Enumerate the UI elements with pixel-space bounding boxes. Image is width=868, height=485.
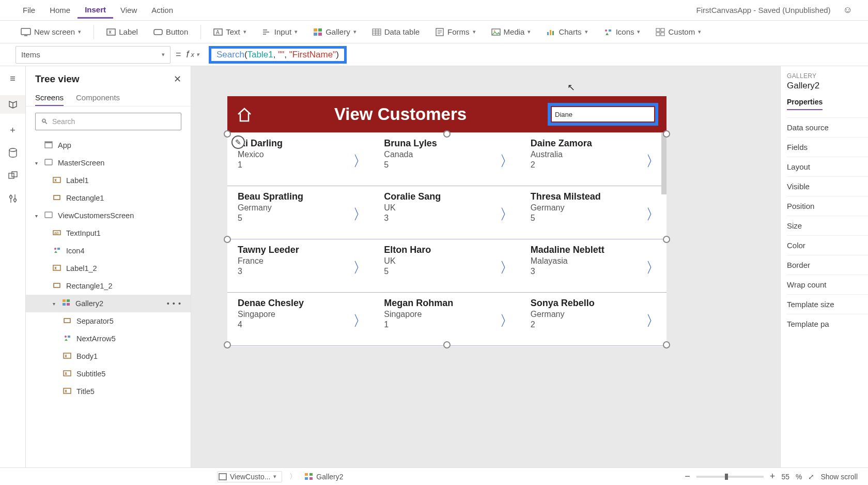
- next-arrow-icon[interactable]: 〉: [500, 258, 514, 278]
- expand-icon[interactable]: ▾: [35, 213, 40, 219]
- zoom-slider[interactable]: [696, 476, 764, 478]
- next-arrow-icon[interactable]: 〉: [646, 151, 660, 171]
- tree-node-title5[interactable]: Title5: [26, 383, 191, 400]
- gallery-item[interactable]: Tawny LeederFrance3〉: [227, 239, 374, 292]
- menu-action[interactable]: Action: [144, 3, 180, 18]
- menu-insert[interactable]: Insert: [78, 2, 113, 19]
- tree-search-input[interactable]: 🔍︎ Search: [35, 113, 181, 130]
- tree-node-rectangle1[interactable]: Rectangle1: [26, 189, 191, 207]
- gallery-item[interactable]: Madaline NeblettMalayasia3〉: [520, 239, 667, 292]
- edit-gallery-icon[interactable]: ✎: [231, 135, 245, 149]
- gallery-item[interactable]: Beau SpratlingGermany5〉: [227, 186, 374, 239]
- next-arrow-icon[interactable]: 〉: [646, 258, 660, 278]
- gallery-item[interactable]: Sonya RebelloGermany2〉: [520, 293, 667, 345]
- menu-home[interactable]: Home: [42, 3, 78, 18]
- node-more-icon[interactable]: • • •: [167, 299, 189, 308]
- tree-node-separator5[interactable]: Separator5: [26, 312, 191, 330]
- tree-node-gallery2[interactable]: ▾Gallery2• • •: [26, 295, 191, 312]
- gallery-item[interactable]: Denae ChesleySingapore4〉: [227, 293, 374, 345]
- zoom-out-button[interactable]: −: [685, 471, 690, 482]
- gallery-row: Denae ChesleySingapore4〉Megan RohmanSing…: [227, 293, 667, 346]
- next-arrow-icon[interactable]: 〉: [353, 258, 367, 278]
- canvas-area[interactable]: ↖ View Customers Diane ✎ iki DarlingMexi…: [191, 66, 780, 467]
- breadcrumb-control[interactable]: Gallery2: [304, 472, 348, 482]
- next-arrow-icon[interactable]: 〉: [353, 151, 367, 171]
- tree-node-nextarrow5[interactable]: NextArrow5: [26, 330, 191, 347]
- custom-button[interactable]: Custom ▾: [650, 25, 706, 38]
- prop-row-border[interactable]: Border: [787, 255, 868, 275]
- gallery-item[interactable]: Thresa MilsteadGermany5〉: [520, 186, 667, 239]
- media-button[interactable]: Media ▾: [486, 25, 536, 38]
- home-icon[interactable]: [236, 105, 253, 123]
- customer-gallery[interactable]: iki DarlingMexico1〉Bruna LylesCanada5〉Da…: [227, 132, 667, 346]
- gallery-item[interactable]: Megan RohmanSingapore1〉: [374, 293, 520, 345]
- text-button[interactable]: A Text ▾: [208, 25, 252, 38]
- prop-row-template-pa[interactable]: Template pa: [787, 314, 868, 334]
- prop-row-position[interactable]: Position: [787, 196, 868, 216]
- fullscreen-icon[interactable]: ⤢: [808, 473, 814, 481]
- zoom-in-button[interactable]: +: [770, 471, 776, 482]
- media-rail-icon[interactable]: [7, 170, 19, 182]
- treeview-icon[interactable]: [7, 98, 19, 111]
- gallery-item[interactable]: iki DarlingMexico1〉: [227, 133, 374, 186]
- fx-icon[interactable]: fx▾: [187, 49, 200, 60]
- prop-row-visible[interactable]: Visible: [787, 176, 868, 196]
- tree-node-rectangle1_2[interactable]: Rectangle1_2: [26, 277, 191, 295]
- next-arrow-icon[interactable]: 〉: [500, 151, 514, 171]
- next-arrow-icon[interactable]: 〉: [353, 205, 367, 224]
- prop-row-fields[interactable]: Fields: [787, 137, 868, 157]
- gallery-button[interactable]: Gallery ▾: [308, 25, 362, 38]
- label-button[interactable]: Label: [101, 25, 143, 38]
- icons-button[interactable]: Icons ▾: [598, 25, 646, 38]
- expand-icon[interactable]: ▾: [53, 301, 58, 307]
- tools-icon[interactable]: [7, 192, 19, 205]
- tree-node-textinput1[interactable]: abTextInput1: [26, 224, 191, 242]
- button-button[interactable]: Button: [148, 25, 193, 38]
- next-arrow-icon[interactable]: 〉: [646, 205, 660, 224]
- prop-row-template-size[interactable]: Template size: [787, 294, 868, 314]
- forms-button[interactable]: Forms ▾: [430, 25, 481, 38]
- menu-view[interactable]: View: [113, 3, 144, 18]
- prop-row-wrap-count[interactable]: Wrap count: [787, 275, 868, 294]
- gallery-item[interactable]: Elton HaroUK5〉: [374, 239, 520, 292]
- datatable-button[interactable]: Data table: [367, 25, 425, 38]
- tree-node-label1_2[interactable]: Label1_2: [26, 260, 191, 277]
- tree-node-subtitle5[interactable]: Subtitle5: [26, 365, 191, 383]
- expand-icon[interactable]: ▾: [35, 160, 40, 166]
- filter-input[interactable]: Diane: [552, 107, 654, 122]
- next-arrow-icon[interactable]: 〉: [500, 205, 514, 224]
- prop-row-data-source[interactable]: Data source: [787, 117, 868, 137]
- gallery-item[interactable]: Bruna LylesCanada5〉: [374, 133, 520, 186]
- prop-row-layout[interactable]: Layout: [787, 157, 868, 176]
- tree-tab-components[interactable]: Components: [76, 90, 120, 106]
- menu-file[interactable]: File: [16, 3, 42, 18]
- gallery-scrollbar[interactable]: [661, 132, 667, 194]
- tree-tab-screens[interactable]: Screens: [35, 90, 64, 106]
- properties-tab[interactable]: Properties: [787, 98, 823, 110]
- input-button[interactable]: Input ▾: [257, 25, 303, 38]
- breadcrumb-screen[interactable]: ViewCusto... ▾: [217, 471, 282, 482]
- new-screen-button[interactable]: New screen ▾: [16, 25, 86, 38]
- tree-node-masterscreen[interactable]: ▾MasterScreen: [26, 154, 191, 172]
- close-icon[interactable]: ✕: [174, 73, 181, 85]
- next-arrow-icon[interactable]: 〉: [353, 311, 367, 331]
- gallery-item[interactable]: Daine ZamoraAustralia2〉: [520, 133, 667, 186]
- tree-node-icon4[interactable]: Icon4: [26, 242, 191, 260]
- tree-node-label1[interactable]: Label1: [26, 172, 191, 189]
- formula-input[interactable]: Search(Table1, "", "FirstName"): [205, 44, 853, 66]
- data-icon[interactable]: [7, 147, 19, 159]
- next-arrow-icon[interactable]: 〉: [646, 311, 660, 331]
- help-icon[interactable]: ☺: [840, 5, 853, 16]
- charts-button[interactable]: Charts ▾: [541, 25, 593, 38]
- prop-row-color[interactable]: Color: [787, 235, 868, 255]
- add-icon[interactable]: +: [7, 124, 19, 137]
- hamburger-icon[interactable]: ≡: [7, 72, 19, 85]
- prop-row-size[interactable]: Size: [787, 216, 868, 235]
- property-selector[interactable]: Items ▾: [16, 46, 171, 64]
- tree-node-app[interactable]: App: [26, 137, 191, 154]
- gallery-item[interactable]: Coralie SangUK3〉: [374, 186, 520, 239]
- show-scroll-label: Show scroll: [820, 473, 858, 481]
- tree-node-viewcustomersscreen[interactable]: ▾ViewCustomersScreen: [26, 207, 191, 224]
- next-arrow-icon[interactable]: 〉: [500, 311, 514, 331]
- tree-node-body1[interactable]: Body1: [26, 347, 191, 365]
